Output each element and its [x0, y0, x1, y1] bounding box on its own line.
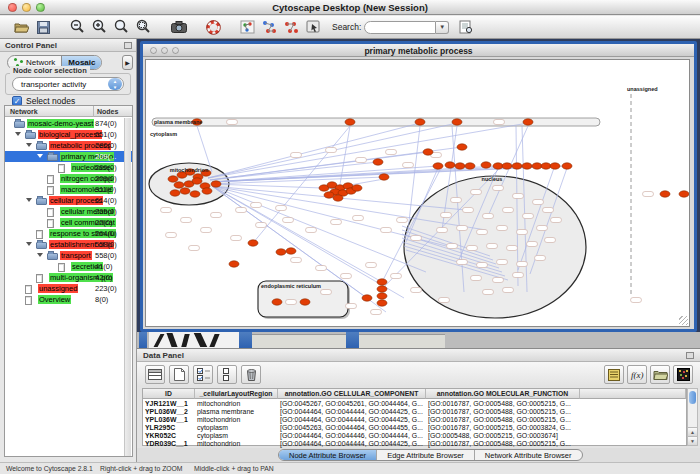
node-label[interactable] — [471, 190, 482, 195]
graph-node[interactable] — [170, 190, 180, 196]
graph-node[interactable] — [286, 248, 296, 254]
node-label[interactable] — [326, 148, 337, 153]
table-cell[interactable]: [GO:0016787, GO:0005488, GO:0005215, G..… — [426, 408, 580, 416]
graph-node[interactable] — [457, 144, 467, 150]
node-label[interactable] — [523, 214, 534, 219]
formula-icon[interactable]: f(x) — [627, 365, 647, 384]
graph-node[interactable] — [300, 299, 310, 305]
node-label[interactable] — [403, 163, 414, 168]
zoom-fit-icon[interactable] — [111, 18, 131, 37]
tree-row[interactable]: metabolic process280(0) — [5, 140, 132, 151]
node-label[interactable] — [517, 262, 528, 267]
tree-row[interactable]: transport558(0) — [5, 250, 132, 261]
graph-node[interactable] — [452, 119, 462, 125]
node-label[interactable] — [341, 274, 352, 279]
table-column-header[interactable]: annotation.GO CELLULAR_COMPONENT — [278, 389, 426, 399]
node-label[interactable] — [306, 228, 317, 233]
graph-node[interactable] — [493, 163, 503, 169]
table-cell[interactable]: [GO:0044464, GO:0044444, GO:0044425, G..… — [278, 416, 426, 424]
node-label[interactable] — [643, 192, 654, 197]
table-cell[interactable]: YDR039C__1 — [143, 440, 195, 448]
graph-node[interactable] — [345, 119, 355, 125]
graph-node[interactable] — [679, 191, 689, 197]
node-label[interactable] — [437, 228, 448, 233]
network-overview-icon[interactable] — [237, 18, 257, 37]
table-cell[interactable]: cytoplasm — [195, 432, 278, 440]
node-label[interactable] — [236, 208, 247, 213]
graph-node[interactable] — [190, 191, 200, 197]
annotation-icon[interactable] — [303, 18, 323, 37]
node-label[interactable] — [471, 276, 482, 281]
node-label[interactable] — [211, 213, 222, 218]
tree-row[interactable]: unassigned223(0) — [5, 283, 132, 294]
graph-node[interactable] — [362, 295, 372, 301]
delete-attribute-icon[interactable] — [241, 365, 261, 384]
node-label[interactable] — [631, 298, 642, 303]
graph-node[interactable] — [512, 163, 522, 169]
graph-node[interactable] — [541, 163, 551, 169]
table-column-header[interactable]: _cellularLayoutRegion — [195, 389, 278, 399]
expand-arrow-icon[interactable] — [37, 253, 43, 257]
node-label[interactable] — [181, 218, 192, 223]
graph-node[interactable] — [211, 181, 221, 187]
node-label[interactable] — [463, 208, 474, 213]
graph-node[interactable] — [202, 188, 212, 194]
graph-node[interactable] — [433, 163, 443, 169]
node-label[interactable] — [497, 260, 508, 265]
tree-row[interactable]: Overview8(0) — [5, 294, 132, 305]
node-label[interactable] — [331, 220, 342, 225]
node-label[interactable] — [513, 194, 524, 199]
node-label[interactable] — [503, 288, 514, 293]
zoom-out-icon[interactable] — [67, 18, 87, 37]
graph-node[interactable] — [373, 159, 383, 165]
graph-node[interactable] — [180, 188, 190, 194]
node-label[interactable] — [166, 233, 177, 238]
graph-node[interactable] — [168, 176, 178, 182]
tree-row[interactable]: multi-organism pro42(0) — [5, 272, 132, 283]
node-label[interactable] — [411, 288, 422, 293]
select-attributes-icon[interactable] — [193, 365, 213, 384]
node-label[interactable] — [441, 213, 452, 218]
search-dropdown-icon[interactable]: ▼ — [436, 21, 449, 34]
graph-node[interactable] — [377, 279, 387, 285]
table-cell[interactable]: [GO:0016787, GO:0005215, GO:0003824, G..… — [426, 424, 580, 432]
node-label[interactable] — [513, 273, 524, 278]
node-label[interactable] — [353, 216, 364, 221]
table-cell[interactable]: [GO:0016787, GO:0005488, GO:0005215, G..… — [426, 416, 580, 424]
node-label[interactable] — [161, 208, 172, 213]
table-cell[interactable]: [GO:0016787, GO:0005488, GO:0005215, G..… — [426, 400, 580, 408]
snapshot-icon[interactable] — [169, 18, 189, 37]
help-icon[interactable] — [203, 18, 223, 37]
node-label[interactable] — [411, 236, 422, 241]
expand-arrow-icon[interactable] — [26, 198, 32, 202]
node-label[interactable] — [483, 214, 494, 219]
node-label[interactable] — [487, 244, 498, 249]
node-label[interactable] — [537, 226, 548, 231]
tree-row[interactable]: cellular process614(0) — [5, 195, 132, 206]
tree-row[interactable]: macromolecule311(0) — [5, 184, 132, 195]
notes-icon[interactable] — [604, 365, 624, 384]
expand-arrow-icon[interactable] — [26, 242, 32, 246]
node-label[interactable] — [256, 223, 267, 228]
table-cell[interactable]: YLR295C — [143, 424, 195, 432]
open-icon[interactable] — [11, 18, 31, 37]
table-cell[interactable]: mitochondrion — [195, 440, 278, 448]
graph-node[interactable] — [445, 162, 455, 168]
graph-node[interactable] — [229, 261, 239, 267]
graph-node[interactable] — [465, 163, 475, 169]
graph-node[interactable] — [562, 163, 572, 169]
node-label[interactable] — [483, 290, 494, 295]
graph-node[interactable] — [377, 286, 387, 292]
tree-row[interactable]: nucleobase-209(0) — [5, 162, 132, 173]
tab-node-attribute-browser[interactable]: Node Attribute Browser — [279, 450, 376, 460]
node-label[interactable] — [543, 208, 554, 213]
node-label[interactable] — [391, 274, 402, 279]
node-label[interactable] — [386, 150, 397, 155]
tree-row[interactable]: secretion41(0) — [5, 261, 132, 272]
node-label[interactable] — [251, 203, 262, 208]
tree-row[interactable]: cellular metabol209(0) — [5, 206, 132, 217]
node-label[interactable] — [231, 236, 242, 241]
node-label[interactable] — [507, 246, 518, 251]
table-cell[interactable]: YJR121W__1 — [143, 400, 195, 408]
graph-node[interactable] — [377, 300, 387, 306]
